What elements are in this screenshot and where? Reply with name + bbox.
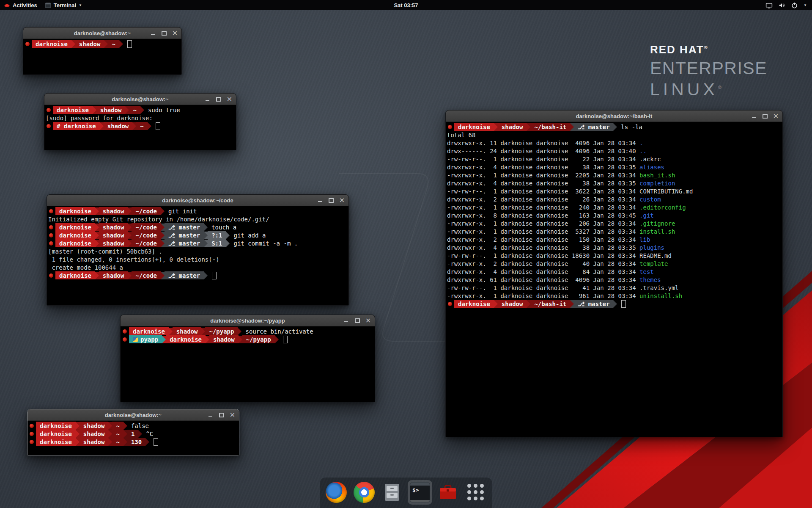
powerline-arrow-icon	[570, 300, 574, 308]
command-text: git commit -a -m .	[233, 240, 298, 247]
powerline-arrow-icon	[148, 122, 151, 130]
ls-filename: CONTRIBUTING.md	[639, 188, 693, 195]
powerline-arrow-icon	[204, 224, 208, 231]
ls-column: darknoise	[536, 268, 568, 275]
output-text: [master (root-commit) 50bcb63] .	[48, 248, 162, 255]
maximize-icon	[763, 114, 768, 119]
titlebar[interactable]: darknoise@shadow:~/bash-it ×	[446, 110, 782, 122]
minimize-button[interactable]	[750, 113, 757, 120]
dock-item-toolbox[interactable]	[436, 480, 460, 505]
ls-column: 24	[490, 148, 497, 155]
close-icon: ×	[339, 197, 345, 204]
ls-column: -rw-rw-r--.	[447, 188, 486, 195]
distro-icon	[30, 440, 34, 444]
ls-column: darknoise	[536, 260, 568, 267]
powerline-arrow-icon	[201, 328, 205, 335]
terminal-line: -rwxrwxr-x.2darknoisedarknoise40Jan 28 0…	[447, 260, 781, 268]
minimize-button[interactable]	[343, 317, 350, 324]
system-status-area[interactable]: ▼	[765, 0, 812, 10]
ls-column: darknoise	[536, 284, 568, 291]
ls-column: darknoise	[536, 252, 568, 259]
terminal-content[interactable]: darknoiseshadow~	[23, 39, 181, 75]
close-button[interactable]: ×	[365, 317, 372, 324]
titlebar[interactable]: darknoise@shadow:~ ×	[44, 94, 236, 105]
ls-column: darknoise	[500, 260, 532, 267]
prompt-segment-path: ~	[136, 122, 147, 130]
prompt-segment-err: 1	[127, 430, 138, 438]
powerline-arrow-icon	[125, 106, 129, 114]
distro-icon	[49, 241, 53, 246]
dock-item-firefox[interactable]	[324, 480, 348, 505]
close-button[interactable]: ×	[171, 30, 178, 37]
titlebar[interactable]: darknoise@shadow:~ ×	[23, 28, 181, 39]
terminal-line: -rwxrwxr-x.1darknoisedarknoise240Jan 28 …	[447, 203, 781, 211]
maximize-button[interactable]	[215, 96, 222, 103]
terminal-line: -rw-rw-r--.1darknoisedarknoise41Jan 28 0…	[447, 284, 781, 292]
powerline-arrow-icon	[100, 122, 104, 130]
terminal-content[interactable]: darknoiseshadow~sudo true[sudo] password…	[44, 105, 236, 150]
close-button[interactable]: ×	[229, 411, 236, 419]
ls-column: 2	[490, 196, 497, 203]
dock-item-chrome[interactable]	[352, 480, 376, 505]
ls-column: Jan 28 03:45	[593, 212, 636, 219]
terminal-line: darknoiseshadow~/code⎇ mastertouch a	[48, 223, 347, 231]
titlebar[interactable]: darknoise@shadow:~/pyapp ×	[121, 315, 375, 326]
terminal-line: create mode 100644 a	[48, 263, 347, 271]
close-icon: ×	[773, 113, 779, 119]
terminal-content[interactable]: darknoiseshadow~/bash-it⎇ masterls -lato…	[446, 122, 782, 437]
dock-item-show-apps[interactable]	[464, 480, 488, 505]
ls-column: -rwxrwxr-x.	[447, 172, 486, 179]
terminal-content[interactable]: darknoiseshadow~falsedarknoiseshadow~1^C…	[27, 421, 239, 456]
chevron-down-icon: ▼	[804, 3, 807, 7]
terminal-content[interactable]: darknoiseshadow~/pyappsource bin/activat…	[121, 326, 375, 402]
maximize-button[interactable]	[354, 317, 361, 324]
maximize-icon	[355, 318, 360, 323]
ls-column: darknoise	[500, 244, 532, 251]
powerline-arrow-icon	[275, 336, 279, 343]
ls-column: 1	[490, 188, 497, 195]
ls-column: darknoise	[536, 180, 568, 187]
maximize-button[interactable]	[761, 113, 768, 120]
prompt-segment-user: darknoise	[32, 40, 71, 48]
ls-column: Jan 28 03:35	[593, 180, 636, 187]
activities-button[interactable]: Activities	[0, 0, 41, 10]
redhat-logo-icon	[4, 2, 10, 8]
ls-column: 40	[572, 260, 590, 267]
ls-filename: install.sh	[639, 228, 675, 235]
app-menu-terminal[interactable]: Terminal ▼	[41, 0, 86, 10]
command-text: ls -la	[621, 124, 642, 130]
ls-column: 1	[490, 284, 497, 291]
ls-column: darknoise	[500, 180, 532, 187]
minimize-button[interactable]	[204, 96, 211, 103]
terminal-window-pyapp: darknoise@shadow:~/pyapp × darknoiseshad…	[120, 315, 375, 402]
dock-item-files[interactable]	[380, 480, 404, 505]
command-text: touch a	[211, 224, 236, 231]
powerline-arrow-icon	[226, 240, 230, 247]
powerline-arrow-icon	[104, 40, 108, 48]
minimize-button[interactable]	[316, 197, 324, 204]
ls-column: 961	[572, 293, 590, 299]
titlebar[interactable]: darknoise@shadow:~/code ×	[47, 195, 348, 206]
prompt-segment-host: shadow	[75, 40, 104, 48]
maximize-button[interactable]	[160, 30, 167, 37]
maximize-button[interactable]	[218, 411, 225, 419]
terminal-line: drwxrwxr-x.4darknoisedarknoise84Jan 28 0…	[447, 268, 781, 276]
ls-column: -rwxrwxr-x.	[447, 220, 486, 227]
titlebar[interactable]: darknoise@shadow:~ ×	[27, 409, 239, 421]
close-button[interactable]: ×	[226, 96, 233, 103]
brand-linux: LINUX®	[650, 80, 767, 99]
clock[interactable]: Sat 03:57	[394, 2, 418, 8]
ls-column: Jan 28 03:34	[593, 140, 636, 146]
maximize-button[interactable]	[327, 197, 335, 204]
ls-column: darknoise	[536, 188, 568, 195]
ls-column: 26	[572, 196, 590, 203]
ls-column: darknoise	[500, 212, 532, 219]
window-title: darknoise@shadow:~/code	[162, 197, 233, 204]
close-button[interactable]: ×	[772, 113, 779, 120]
powerline-arrow-icon	[527, 300, 530, 308]
minimize-button[interactable]	[207, 411, 214, 419]
terminal-content[interactable]: darknoiseshadow~/codegit initInitialized…	[47, 206, 348, 305]
dock-item-terminal[interactable]: $>	[408, 480, 432, 505]
close-button[interactable]: ×	[338, 197, 346, 204]
minimize-button[interactable]	[149, 30, 156, 37]
